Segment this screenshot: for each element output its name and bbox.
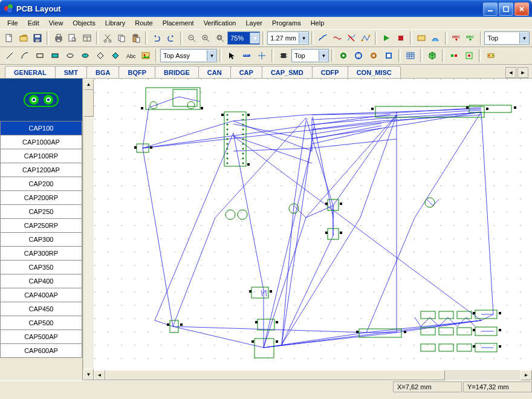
- list-item[interactable]: CAP200RP: [0, 191, 82, 205]
- list-item[interactable]: CAP1000AP: [0, 135, 82, 149]
- list-item[interactable]: CAP300: [0, 233, 82, 247]
- scroll-down-icon[interactable]: ▼: [83, 369, 94, 380]
- close-button[interactable]: [514, 2, 529, 16]
- cursor-icon[interactable]: [224, 48, 239, 63]
- hscroll-thumb[interactable]: [105, 370, 445, 380]
- drc-icon[interactable]: DRC: [450, 31, 463, 45]
- zoom-in-icon[interactable]: [199, 31, 212, 45]
- print-icon[interactable]: [51, 31, 65, 45]
- open-icon[interactable]: [16, 31, 30, 45]
- list-item[interactable]: CAP350: [0, 261, 82, 274]
- menu-help[interactable]: Help: [306, 18, 329, 28]
- assy-combo[interactable]: Top Assy▼: [160, 49, 217, 62]
- list-item[interactable]: CAP500: [0, 316, 82, 330]
- measure-icon[interactable]: [239, 48, 254, 63]
- ratsnest-icon[interactable]: [359, 31, 372, 45]
- list-item[interactable]: CAP100: [0, 121, 82, 135]
- origin-icon[interactable]: [255, 48, 269, 63]
- list-item[interactable]: CAP400: [0, 274, 82, 288]
- cut-icon[interactable]: [101, 31, 114, 45]
- menu-file[interactable]: File: [2, 18, 23, 28]
- route-manual-icon[interactable]: [316, 31, 329, 45]
- poly-icon[interactable]: [93, 48, 108, 63]
- list-item[interactable]: CAP200: [0, 177, 82, 191]
- tab-smt[interactable]: SMT: [55, 66, 87, 78]
- polyfill-icon[interactable]: [108, 48, 123, 63]
- misc3-icon[interactable]: [484, 48, 498, 63]
- paste-icon[interactable]: [129, 31, 143, 45]
- list-item[interactable]: CAP250RP: [0, 219, 82, 233]
- misc2-icon[interactable]: [462, 48, 476, 63]
- tab-capsmd[interactable]: CAP_SMD: [262, 66, 313, 78]
- route-auto-icon[interactable]: [331, 31, 344, 45]
- tab-conmisc[interactable]: CON_MISC: [348, 66, 401, 78]
- hscroll-left-icon[interactable]: ◄: [94, 370, 105, 380]
- list-item[interactable]: CAP1200AP: [0, 163, 82, 177]
- list-item[interactable]: CAP100RP: [0, 149, 82, 163]
- menu-edit[interactable]: Edit: [23, 18, 44, 28]
- minimize-button[interactable]: [483, 2, 498, 16]
- arc-icon[interactable]: [18, 48, 32, 63]
- tab-general[interactable]: GENERAL: [5, 66, 56, 78]
- hscroll-right-icon[interactable]: ►: [521, 370, 532, 380]
- zoom-out-icon[interactable]: [185, 31, 198, 45]
- layer2-combo[interactable]: Top▼: [291, 49, 329, 62]
- tabnav-right-icon[interactable]: ►: [517, 67, 528, 78]
- tab-bqfp[interactable]: BQFP: [118, 66, 155, 78]
- copper-icon[interactable]: [381, 48, 396, 63]
- maximize-button[interactable]: [499, 2, 513, 16]
- undo-icon[interactable]: [150, 31, 163, 45]
- canvas-hscroll[interactable]: ◄ ►: [94, 370, 532, 380]
- list-item[interactable]: CAP450: [0, 302, 82, 316]
- menu-verification[interactable]: Verification: [199, 18, 241, 28]
- save-icon[interactable]: [31, 31, 44, 45]
- pad-icon[interactable]: [351, 48, 366, 63]
- tabnav-left-icon[interactable]: ◄: [505, 67, 516, 78]
- list-item[interactable]: CAP300RP: [0, 247, 82, 261]
- copy-icon[interactable]: [115, 31, 128, 45]
- list-item[interactable]: CAP400AP: [0, 288, 82, 302]
- preview-icon[interactable]: [66, 31, 79, 45]
- misc1-icon[interactable]: [447, 48, 461, 63]
- list-item[interactable]: CAP500AP: [0, 330, 82, 344]
- menu-view[interactable]: View: [44, 18, 68, 28]
- rect-icon[interactable]: [33, 48, 47, 63]
- list-item[interactable]: CAP250: [0, 205, 82, 219]
- redo-icon[interactable]: [164, 31, 177, 45]
- image-icon[interactable]: [138, 48, 153, 63]
- list-item[interactable]: CAP600AP: [0, 344, 82, 358]
- scroll-thumb[interactable]: [83, 90, 94, 117]
- line-icon[interactable]: [2, 48, 17, 63]
- tool-b-icon[interactable]: [429, 31, 442, 45]
- new-icon[interactable]: [2, 31, 16, 45]
- ellipsefill-icon[interactable]: [78, 48, 92, 63]
- tab-cdfp[interactable]: CDFP: [312, 66, 348, 78]
- 3d-icon[interactable]: [425, 48, 440, 63]
- table-icon[interactable]: [403, 48, 418, 63]
- scroll-up-icon[interactable]: ▲: [83, 79, 94, 90]
- tab-cap[interactable]: CAP: [230, 66, 262, 78]
- menu-placement[interactable]: Placement: [158, 18, 199, 28]
- tool-a-icon[interactable]: [415, 31, 428, 45]
- chip-icon[interactable]: [276, 48, 291, 63]
- zoom-fit-icon[interactable]: [213, 31, 227, 45]
- titles-icon[interactable]: [80, 31, 93, 45]
- via-icon[interactable]: [336, 48, 351, 63]
- tab-bga[interactable]: BGA: [86, 66, 119, 78]
- tab-bridge[interactable]: BRIDGE: [155, 66, 199, 78]
- pcb-canvas[interactable]: [94, 79, 532, 370]
- unroute-icon[interactable]: [345, 31, 358, 45]
- ellipse-icon[interactable]: [63, 48, 77, 63]
- run-icon[interactable]: [380, 31, 393, 45]
- menu-layer[interactable]: Layer: [241, 18, 267, 28]
- tab-can[interactable]: CAN: [198, 66, 231, 78]
- menu-programs[interactable]: Programs: [267, 18, 306, 28]
- text-icon[interactable]: Abc: [123, 48, 138, 63]
- hole-icon[interactable]: [366, 48, 381, 63]
- sidebar-scrollbar[interactable]: ▲ ▼: [83, 79, 94, 380]
- menu-library[interactable]: Library: [100, 18, 131, 28]
- menu-route[interactable]: Route: [130, 18, 157, 28]
- zoom-combo[interactable]: 75%▼: [227, 31, 260, 45]
- stop-icon[interactable]: [394, 31, 407, 45]
- menu-objects[interactable]: Objects: [68, 18, 100, 28]
